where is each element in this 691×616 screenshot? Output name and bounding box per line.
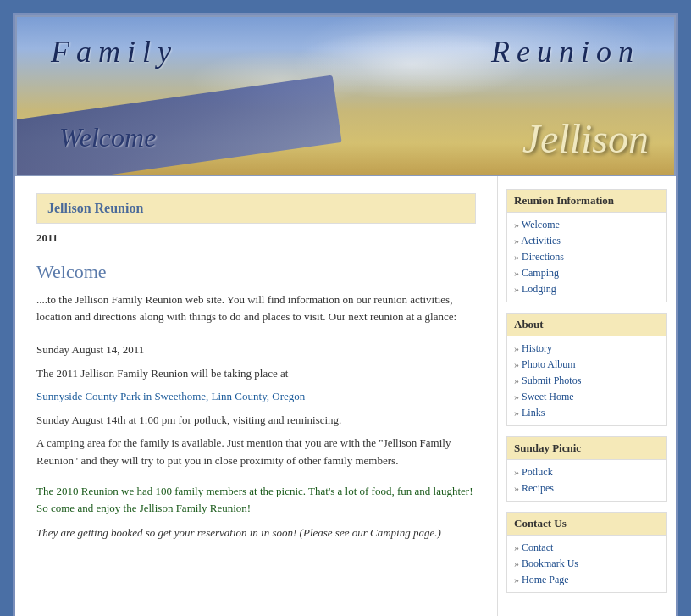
sidebar-link-photo-album[interactable]: Photo Album [514, 357, 660, 373]
sidebar-section-title-reunion: Reunion Information [507, 190, 666, 213]
header-jellison: Jellison [522, 115, 649, 162]
sidebar-section-title-about: About [507, 314, 666, 336]
sidebar-links-picnic: Potluck Recipes [507, 460, 666, 501]
sidebar-link-welcome[interactable]: Welcome [514, 217, 660, 233]
sidebar-link-potluck[interactable]: Potluck [514, 464, 660, 480]
header-banner: Family Reunion Welcome Jellison [15, 15, 676, 176]
sidebar-links-about: History Photo Album Submit Photos Sweet … [507, 336, 666, 425]
header-welcome: Welcome [59, 122, 156, 153]
event-line3: Sunday August 14th at 1:00 pm for potluc… [36, 412, 476, 429]
event-line2: Sunnyside County Park in Sweethome, Linn… [36, 388, 476, 405]
sidebar-link-sweet-home[interactable]: Sweet Home [514, 389, 660, 405]
sidebar: Reunion Information Welcome Activities D… [498, 176, 676, 616]
page-container: Family Reunion Welcome Jellison Jellison… [13, 13, 678, 616]
sidebar-link-links[interactable]: Links [514, 405, 660, 421]
sidebar-link-home-page[interactable]: Home Page [514, 572, 660, 588]
outer-wrapper: Family Reunion Welcome Jellison Jellison… [0, 0, 691, 616]
sidebar-links-reunion: Welcome Activities Directions Camping Lo… [507, 213, 666, 302]
sidebar-link-submit-photos[interactable]: Submit Photos [514, 373, 660, 389]
intro-text: ....to the Jellison Family Reunion web s… [36, 291, 476, 325]
highlight-text: The 2010 Reunion we had 100 family membe… [36, 483, 476, 519]
sidebar-link-history[interactable]: History [514, 341, 660, 357]
sidebar-section-title-contact: Contact Us [507, 513, 666, 536]
content-area: Jellison Reunion 2011 Welcome ....to the… [15, 176, 498, 616]
welcome-heading: Welcome [36, 261, 476, 283]
header-title-left: Family [51, 34, 178, 69]
header-title-right: Reunion [491, 34, 640, 69]
event-line1: The 2011 Jellison Family Reunion will be… [36, 365, 476, 382]
year-label: 2011 [36, 228, 476, 248]
sidebar-section-title-picnic: Sunday Picnic [507, 437, 666, 460]
sidebar-link-lodging[interactable]: Lodging [514, 281, 660, 297]
page-title: Jellison Reunion [36, 193, 476, 224]
sidebar-link-bookmark[interactable]: Bookmark Us [514, 556, 660, 572]
sidebar-link-recipes[interactable]: Recipes [514, 480, 660, 497]
sidebar-section-sunday-picnic: Sunday Picnic Potluck Recipes [506, 436, 667, 502]
camping-note: A camping area for the family is availab… [36, 435, 476, 470]
sidebar-links-contact: Contact Bookmark Us Home Page [507, 536, 666, 592]
event-date: Sunday August 14, 2011 [36, 341, 476, 358]
italic-note: They are getting booked so get your rese… [36, 524, 476, 542]
sidebar-section-contact: Contact Us Contact Bookmark Us Home Page [506, 512, 667, 593]
sidebar-link-directions[interactable]: Directions [514, 249, 660, 265]
sidebar-section-about: About History Photo Album Submit Photos … [506, 313, 667, 426]
main-content: Jellison Reunion 2011 Welcome ....to the… [15, 176, 676, 616]
sidebar-section-reunion-information: Reunion Information Welcome Activities D… [506, 189, 667, 302]
sidebar-link-contact[interactable]: Contact [514, 540, 660, 556]
sidebar-link-camping[interactable]: Camping [514, 265, 660, 281]
sidebar-link-activities[interactable]: Activities [514, 233, 660, 249]
